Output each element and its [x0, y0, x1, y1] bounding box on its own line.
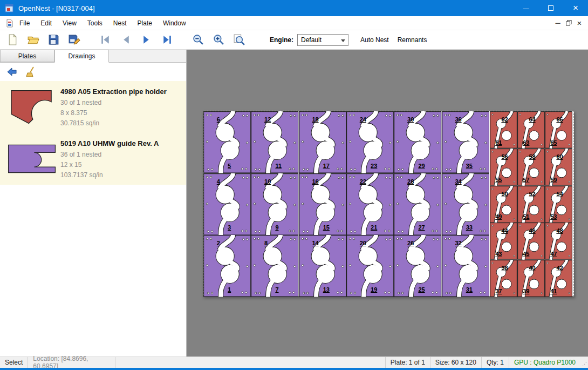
menu-file[interactable]: File	[14, 17, 35, 30]
menu-window[interactable]: Window	[158, 17, 192, 30]
engine-label: Engine:	[270, 36, 293, 44]
nested-part-pair[interactable]: 16 15	[299, 173, 346, 236]
menu-view[interactable]: View	[57, 17, 82, 30]
clear-drawings-button[interactable]	[24, 64, 39, 79]
part-number: 65	[550, 139, 557, 146]
nested-part-pair[interactable]: 22 21	[346, 173, 394, 236]
window-title: OpenNest - [N0317-004]	[18, 4, 95, 12]
new-button[interactable]	[4, 32, 20, 48]
part-number: 45	[523, 251, 529, 257]
nested-part-pair[interactable]: 48 47	[545, 223, 572, 260]
part-number: 23	[371, 163, 377, 169]
remnants-button[interactable]: Remnants	[394, 34, 430, 46]
nested-part-pair[interactable]: 8 7	[251, 235, 298, 297]
nested-part-pair[interactable]: 42 41	[545, 260, 572, 297]
drawings-toolbar	[0, 63, 186, 81]
nested-part-pair[interactable]: 38 37	[490, 260, 517, 297]
status-bar: Select Location: [84.8696, 60.6957] Plat…	[0, 356, 588, 368]
part-number: 16	[312, 178, 318, 185]
part-number: 52	[529, 191, 535, 197]
minimize-button[interactable]: ─	[514, 0, 538, 16]
part-number: 63	[523, 139, 529, 146]
part-number: 21	[371, 224, 377, 231]
tab-plates[interactable]: Plates	[0, 50, 54, 62]
status-spacer	[115, 357, 385, 368]
zoom-out-button[interactable]	[190, 32, 206, 48]
nested-part-pair[interactable]: 24 23	[346, 111, 394, 173]
open-folder-icon	[27, 33, 39, 46]
auto-nest-button[interactable]: Auto Nest	[357, 34, 392, 46]
nested-part-pair[interactable]: 66 65	[545, 111, 572, 149]
previous-plate-button[interactable]	[118, 32, 134, 48]
nested-part-pair[interactable]: 32 31	[442, 235, 489, 297]
zoom-fit-button[interactable]	[231, 32, 247, 48]
part-number: 10	[264, 178, 271, 185]
first-plate-button[interactable]	[97, 32, 113, 48]
part-number: 13	[323, 286, 330, 293]
menu-plate[interactable]: Plate	[132, 17, 158, 30]
part-number: 59	[550, 177, 557, 183]
drawing-list: 4980 A05 Extraction pipe holder 30 of 1 …	[0, 81, 186, 185]
open-button[interactable]	[25, 32, 41, 48]
nested-part-pair[interactable]: 26 25	[394, 235, 441, 297]
nested-part-pair[interactable]: 2 1	[203, 235, 251, 297]
mdi-restore-button[interactable]	[563, 18, 574, 28]
next-plate-button[interactable]	[138, 32, 154, 48]
nested-part-pair[interactable]: 30 29	[394, 111, 441, 173]
nested-part-pair[interactable]: 34 33	[442, 173, 489, 236]
nested-part-pair[interactable]: 58 57	[517, 149, 545, 186]
part-number: 28	[407, 178, 414, 185]
nested-part-pair[interactable]: 60 59	[545, 149, 572, 186]
previous-arrow-icon	[120, 33, 132, 46]
nested-part-pair[interactable]: 40 39	[517, 260, 545, 297]
menu-edit[interactable]: Edit	[35, 17, 57, 30]
maximize-button[interactable]	[538, 0, 563, 16]
nest-canvas[interactable]: 6 5 12 11	[187, 50, 588, 356]
menu-nest[interactable]: Nest	[108, 17, 132, 30]
zoom-in-icon	[213, 33, 225, 46]
part-number: 48	[556, 227, 563, 234]
nested-part-pair[interactable]: 28 27	[394, 173, 441, 236]
mdi-minimize-button[interactable]: ─	[552, 18, 563, 28]
zoom-in-button[interactable]	[210, 32, 227, 48]
save-button[interactable]	[45, 32, 61, 48]
nested-part-pair[interactable]: 50 49	[490, 186, 517, 223]
nested-part-pair[interactable]: 44 43	[490, 223, 517, 260]
engine-select[interactable]: Default	[297, 34, 348, 46]
nested-part-pair[interactable]: 36 35	[442, 111, 489, 173]
last-plate-button[interactable]	[159, 32, 175, 48]
part-number: 1	[228, 286, 231, 293]
nested-part-pair[interactable]: 18 17	[299, 111, 346, 173]
nested-part-pair[interactable]: 64 63	[517, 111, 545, 149]
status-mode: Select	[0, 357, 28, 368]
part-number: 35	[466, 163, 473, 169]
nested-part-pair[interactable]: 10 9	[251, 173, 298, 236]
drawing-item-1[interactable]: 4980 A05 Extraction pipe holder 30 of 1 …	[0, 81, 186, 133]
nested-part-pair[interactable]: 14 13	[299, 235, 346, 297]
nested-part-pair[interactable]: 54 53	[545, 186, 572, 223]
mdi-close-button[interactable]: ×	[574, 18, 585, 28]
menu-tools[interactable]: Tools	[82, 17, 108, 30]
drawing-nested-count: 36 of 1 nested	[60, 150, 159, 160]
return-part-button[interactable]	[4, 64, 19, 79]
nested-part-pair[interactable]: 12 11	[251, 111, 298, 173]
part-number: 7	[275, 286, 278, 293]
part-number: 37	[495, 288, 502, 294]
nested-part-pair[interactable]: 62 61	[490, 111, 517, 149]
nested-part-pair[interactable]: 52 51	[517, 186, 545, 223]
nested-part-pair[interactable]: 6 5	[203, 111, 251, 173]
tab-drawings[interactable]: Drawings	[54, 50, 109, 63]
plate[interactable]: 6 5 12 11	[203, 111, 574, 297]
nested-part-pair[interactable]: 20 19	[346, 235, 394, 297]
nested-part-pair[interactable]: 4 3	[203, 173, 251, 236]
save-as-button[interactable]	[66, 32, 82, 48]
part-number: 66	[556, 116, 563, 123]
zoom-fit-icon	[233, 33, 245, 46]
nested-part-pair[interactable]: 56 55	[490, 149, 517, 186]
part-number: 54	[556, 191, 563, 197]
part-number: 5	[228, 163, 231, 169]
nested-part-pair[interactable]: 46 45	[517, 223, 545, 260]
resize-grip[interactable]: ⋰	[580, 357, 588, 368]
drawing-item-2[interactable]: 5019 A10 UHMW guide Rev. A 36 of 1 neste…	[0, 133, 186, 185]
close-button[interactable]: ×	[563, 0, 588, 16]
